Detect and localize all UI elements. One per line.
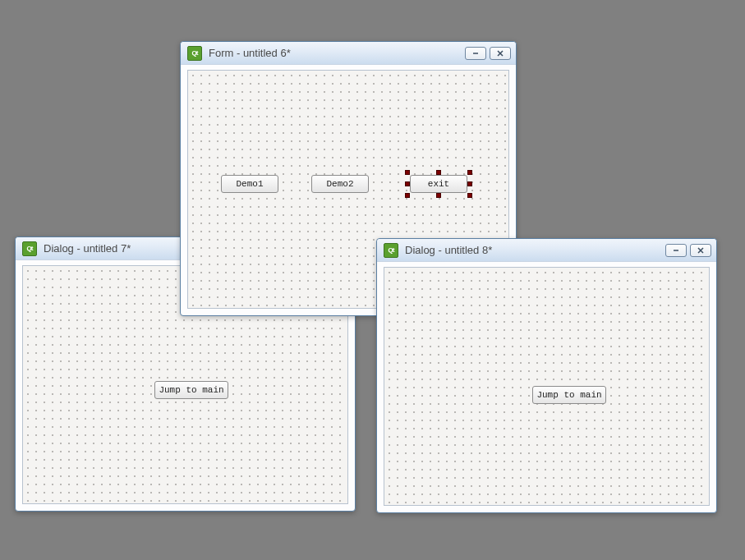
demo2-button[interactable]: Demo2 bbox=[311, 175, 369, 193]
app-icon bbox=[384, 243, 398, 258]
resize-handle-e[interactable] bbox=[467, 181, 472, 186]
demo1-button[interactable]: Demo1 bbox=[221, 175, 278, 193]
resize-handle-nw[interactable] bbox=[405, 170, 410, 175]
design-canvas-dialog8[interactable]: Jump to main bbox=[384, 267, 710, 506]
minimize-icon bbox=[672, 246, 680, 255]
app-icon bbox=[22, 241, 37, 256]
minimize-button[interactable] bbox=[465, 47, 486, 60]
window-controls bbox=[665, 244, 711, 257]
close-button[interactable] bbox=[690, 244, 711, 257]
window-dialog8[interactable]: Dialog - untitled 8* Jump to main bbox=[376, 238, 717, 513]
titlebar-form[interactable]: Form - untitled 6* bbox=[181, 42, 516, 65]
jump-to-main-button[interactable]: Jump to main bbox=[532, 386, 606, 404]
resize-handle-sw[interactable] bbox=[405, 193, 410, 198]
titlebar-dialog8[interactable]: Dialog - untitled 8* bbox=[377, 239, 716, 262]
jump-to-main-button[interactable]: Jump to main bbox=[154, 381, 228, 399]
title-form: Form - untitled 6* bbox=[209, 47, 465, 59]
exit-button[interactable]: exit bbox=[410, 175, 467, 193]
close-icon bbox=[697, 246, 705, 255]
resize-handle-ne[interactable] bbox=[467, 170, 472, 175]
resize-handle-n[interactable] bbox=[436, 170, 441, 175]
window-controls bbox=[465, 47, 511, 60]
app-icon bbox=[187, 46, 202, 61]
title-dialog8: Dialog - untitled 8* bbox=[405, 244, 665, 256]
minimize-button[interactable] bbox=[665, 244, 687, 257]
resize-handle-s[interactable] bbox=[436, 193, 441, 198]
resize-handle-se[interactable] bbox=[467, 193, 472, 198]
close-icon bbox=[496, 49, 504, 57]
selection-exit[interactable]: exit bbox=[407, 172, 470, 195]
close-button[interactable] bbox=[490, 47, 511, 60]
resize-handle-w[interactable] bbox=[405, 181, 410, 186]
minimize-icon bbox=[471, 49, 480, 57]
